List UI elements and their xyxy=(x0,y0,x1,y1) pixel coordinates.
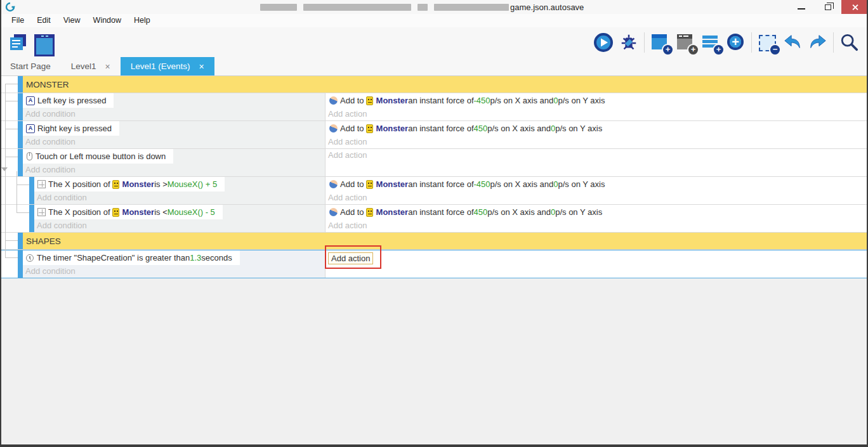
event-text: The X position of xyxy=(48,207,110,217)
event-text: Add to xyxy=(340,96,364,105)
add-condition-button[interactable]: Add condition xyxy=(23,136,325,148)
event-text: p/s on X axis and xyxy=(490,179,554,189)
add-condition-button[interactable]: Add condition xyxy=(23,164,325,176)
comment-row[interactable]: SHAPES xyxy=(0,233,868,250)
search-icon[interactable] xyxy=(839,32,859,53)
toolbar-group xyxy=(833,32,864,53)
event-text: -450 xyxy=(474,96,490,105)
force-icon xyxy=(329,180,338,188)
add-special-event-icon[interactable] xyxy=(726,32,746,53)
event-text: Monster xyxy=(376,179,409,189)
add-condition-button[interactable]: Add condition xyxy=(23,108,325,120)
actions-cell: Add to Monster an instant force of 450 p… xyxy=(325,121,868,148)
tree-line xyxy=(5,84,18,84)
event-text: Add to xyxy=(340,179,364,189)
close-button[interactable] xyxy=(841,0,868,14)
event-row[interactable]: The X position of Monster is > MouseX() … xyxy=(0,177,868,205)
condition-item[interactable]: Left key is pressed xyxy=(23,93,325,108)
add-action-button[interactable]: Add action xyxy=(326,108,868,120)
action-item[interactable]: Add to Monster an instant force of -450 … xyxy=(326,93,868,108)
event-row[interactable]: The X position of Monster is < MouseX() … xyxy=(0,205,868,233)
event-row[interactable]: Left key is pressedAdd conditionAdd to M… xyxy=(0,93,868,121)
comment-label: MONSTER xyxy=(23,76,868,93)
add-event-icon[interactable] xyxy=(650,32,670,53)
tab-label: Start Page xyxy=(10,62,51,71)
event-text: Monster xyxy=(376,124,409,133)
event-text: an instant force of xyxy=(408,179,473,189)
add-action-button[interactable]: Add action xyxy=(326,136,868,148)
redacted-title-text xyxy=(260,4,509,11)
menu-file[interactable]: File xyxy=(5,14,30,27)
toolbar-group xyxy=(644,32,751,53)
add-action-button[interactable]: Add action xyxy=(326,219,868,232)
add-action-field[interactable]: Add action xyxy=(328,252,373,264)
tab-start-page[interactable]: Start Page xyxy=(0,57,61,75)
action-item[interactable]: Add to Monster an instant force of 450 p… xyxy=(326,205,868,219)
add-action-button[interactable]: Add action xyxy=(326,149,868,162)
menu-help[interactable]: Help xyxy=(128,14,157,27)
open-project-icon[interactable] xyxy=(9,34,28,51)
add-condition-button[interactable]: Add condition xyxy=(34,219,325,232)
event-text: 0 xyxy=(551,207,555,217)
add-subevent-icon[interactable] xyxy=(675,32,695,53)
condition-box: Left key is pressed xyxy=(23,93,114,108)
timer-icon xyxy=(26,254,34,262)
event-row[interactable]: The timer "ShapeCreation" is greater tha… xyxy=(0,250,868,278)
keyboard-icon xyxy=(26,96,35,105)
minimize-button[interactable] xyxy=(788,0,815,14)
toolbar-right xyxy=(588,32,864,53)
event-selection-bar xyxy=(29,177,34,204)
tab-level1[interactable]: Level1× xyxy=(61,57,121,75)
events-sheet: MONSTERLeft key is pressedAdd conditionA… xyxy=(0,76,868,444)
position-icon xyxy=(37,180,46,188)
action-item[interactable]: Add to Monster an instant force of 450 p… xyxy=(326,121,868,136)
tree-line xyxy=(5,157,18,157)
mouse-icon xyxy=(27,152,32,160)
action-item[interactable]: Add to Monster an instant force of -450 … xyxy=(326,177,868,191)
restore-button[interactable] xyxy=(815,0,841,14)
force-icon xyxy=(329,124,338,133)
menu-view[interactable]: View xyxy=(57,14,87,27)
condition-item[interactable]: Touch or Left mouse button is down xyxy=(23,149,325,164)
tree-line xyxy=(5,129,18,129)
event-row[interactable]: Touch or Left mouse button is downAdd co… xyxy=(0,149,868,177)
toolbar-left xyxy=(4,34,57,51)
add-condition-button[interactable]: Add condition xyxy=(23,265,325,278)
menu-edit[interactable]: Edit xyxy=(30,14,57,27)
title-bar: game.json.autosave xyxy=(0,0,868,14)
debug-icon[interactable] xyxy=(619,32,639,53)
collapse-toggle-icon[interactable] xyxy=(1,167,8,171)
redo-icon[interactable] xyxy=(808,32,828,53)
event-row[interactable]: Right key is pressedAdd conditionAdd to … xyxy=(0,121,868,149)
condition-item[interactable]: The timer "ShapeCreation" is greater tha… xyxy=(23,250,325,265)
tab-close-icon[interactable]: × xyxy=(199,62,204,72)
tab-close-icon[interactable]: × xyxy=(105,62,110,72)
add-condition-button[interactable]: Add condition xyxy=(34,191,325,204)
minimize-icon xyxy=(798,8,805,10)
add-action-button[interactable]: Add action xyxy=(326,191,868,204)
position-icon xyxy=(37,208,46,216)
undo-icon[interactable] xyxy=(782,32,803,53)
conditions-cell: Right key is pressedAdd condition xyxy=(23,121,325,148)
conditions-cell: The X position of Monster is < MouseX() … xyxy=(34,205,325,232)
toolbar-group xyxy=(4,34,57,51)
event-text: Monster xyxy=(376,207,409,217)
tab-level1-events-[interactable]: Level1 (Events)× xyxy=(121,57,214,75)
actions-cell: Add to Monster an instant force of -450 … xyxy=(325,93,868,120)
comment-row[interactable]: MONSTER xyxy=(0,76,868,93)
event-text: Add to xyxy=(340,207,364,217)
conditions-cell: Touch or Left mouse button is downAdd co… xyxy=(23,149,325,176)
event-text: -450 xyxy=(474,179,490,189)
menu-window[interactable]: Window xyxy=(87,14,128,27)
toggle-disable-icon[interactable] xyxy=(757,32,777,53)
condition-item[interactable]: Right key is pressed xyxy=(23,121,325,136)
force-icon xyxy=(329,96,338,105)
preview-play-icon[interactable] xyxy=(593,32,614,53)
comment-label: SHAPES xyxy=(23,233,868,249)
condition-box: The X position of Monster is > MouseX() … xyxy=(34,177,225,191)
scene-editor-icon[interactable] xyxy=(33,34,52,51)
condition-item[interactable]: The X position of Monster is > MouseX() … xyxy=(34,177,325,191)
event-text: p/s on X axis and xyxy=(490,96,554,105)
add-comment-icon[interactable] xyxy=(700,32,721,53)
condition-item[interactable]: The X position of Monster is < MouseX() … xyxy=(34,205,325,219)
